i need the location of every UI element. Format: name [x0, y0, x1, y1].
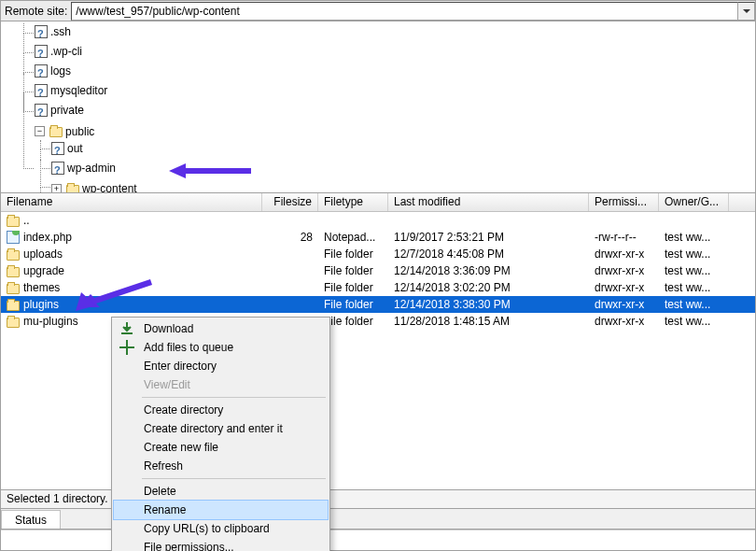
- file-permissions: drwxr-xr-x: [589, 298, 659, 311]
- col-lastmodified[interactable]: Last modified: [388, 193, 589, 211]
- file-name: mu-plugins: [23, 315, 78, 328]
- folder-icon: [7, 267, 20, 277]
- file-name: ..: [23, 214, 30, 227]
- menu-delete[interactable]: Delete: [114, 482, 328, 501]
- unknown-icon: [51, 142, 64, 155]
- file-name: uploads: [23, 247, 63, 261]
- context-menu: Download Add files to queue Enter direct…: [111, 317, 330, 551]
- menu-file-permissions[interactable]: File permissions...: [114, 538, 328, 551]
- file-modified: 12/14/2018 3:36:09 PM: [388, 264, 589, 277]
- folder-icon: [66, 185, 79, 194]
- folder-icon: [49, 127, 63, 137]
- unknown-icon: [35, 84, 48, 97]
- file-owner: test ww...: [659, 247, 729, 261]
- chevron-down-icon: [743, 7, 750, 15]
- tree-node-wpcontent[interactable]: +wp-content: [51, 180, 137, 193]
- tree-node-public[interactable]: −public: [35, 123, 94, 140]
- file-name: plugins: [23, 298, 59, 311]
- menu-copy-url[interactable]: Copy URL(s) to clipboard: [114, 519, 328, 538]
- col-filesize[interactable]: Filesize: [262, 193, 318, 211]
- menu-view-edit: View/Edit: [114, 375, 328, 394]
- file-type: File folder: [318, 247, 388, 261]
- file-size: 28: [262, 231, 318, 244]
- file-permissions: drwxr-xr-x: [589, 264, 659, 277]
- add-queue-icon: [119, 340, 134, 355]
- menu-download[interactable]: Download: [114, 319, 328, 338]
- file-modified: 12/7/2018 4:45:08 PM: [388, 247, 589, 261]
- annotation-arrow: [169, 162, 253, 180]
- file-name: themes: [23, 281, 60, 294]
- remote-site-dropdown[interactable]: [738, 2, 755, 21]
- folder-icon: [7, 318, 20, 328]
- download-icon: [119, 321, 134, 336]
- file-row[interactable]: uploadsFile folder12/7/2018 4:45:08 PMdr…: [1, 246, 755, 262]
- file-modified: 11/9/2017 2:53:21 PM: [388, 231, 589, 244]
- tree-node-wpadmin[interactable]: wp-admin: [51, 160, 116, 177]
- menu-create-directory-enter[interactable]: Create directory and enter it: [114, 419, 328, 438]
- file-owner: test ww...: [659, 264, 729, 277]
- col-filename[interactable]: Filename: [1, 193, 262, 211]
- file-modified: 12/14/2018 3:02:20 PM: [388, 281, 589, 294]
- unknown-icon: [35, 25, 48, 38]
- annotation-arrow: [76, 279, 160, 311]
- file-permissions: -rw-r--r--: [589, 231, 659, 244]
- folder-icon: [7, 250, 20, 261]
- menu-enter-directory[interactable]: Enter directory: [114, 357, 328, 375]
- unknown-icon: [35, 45, 48, 58]
- tree-node-ssh[interactable]: .ssh: [35, 23, 71, 40]
- svg-rect-0: [121, 332, 133, 334]
- tree-node-logs[interactable]: logs: [35, 63, 71, 79]
- menu-separator: [142, 478, 326, 479]
- menu-separator: [142, 397, 326, 398]
- file-type: File folder: [318, 281, 388, 294]
- file-permissions: drwxr-xr-x: [589, 281, 659, 294]
- tree-node-out[interactable]: out: [51, 140, 83, 157]
- tree-node-wpcli[interactable]: .wp-cli: [35, 43, 82, 60]
- file-modified: 12/14/2018 3:38:30 PM: [388, 298, 589, 311]
- menu-create-new-file[interactable]: Create new file: [114, 438, 328, 457]
- file-permissions: drwxr-xr-x: [589, 315, 659, 328]
- unknown-icon: [35, 64, 48, 78]
- tab-status[interactable]: Status: [1, 510, 61, 529]
- remote-site-bar: Remote site:: [1, 1, 755, 21]
- tree-node-mysqleditor[interactable]: mysqleditor: [35, 82, 107, 99]
- folder-icon: [7, 284, 20, 294]
- file-name: upgrade: [23, 264, 64, 277]
- file-owner: test ww...: [659, 231, 729, 244]
- tree-node-private[interactable]: private: [35, 102, 84, 119]
- expand-icon[interactable]: +: [51, 184, 62, 194]
- unknown-icon: [51, 162, 64, 175]
- file-type: File folder: [318, 264, 388, 277]
- file-type: Notepad...: [318, 231, 388, 244]
- file-row[interactable]: ..: [1, 212, 755, 229]
- file-list-header[interactable]: Filename Filesize Filetype Last modified…: [1, 193, 755, 212]
- remote-site-label: Remote site:: [1, 5, 71, 18]
- collapse-icon[interactable]: −: [35, 126, 45, 136]
- file-owner: test ww...: [659, 298, 729, 311]
- file-modified: 11/28/2018 1:48:15 AM: [388, 315, 589, 328]
- folder-icon: [7, 217, 20, 227]
- file-row[interactable]: index.php28Notepad...11/9/2017 2:53:21 P…: [1, 229, 755, 246]
- file-owner: test ww...: [659, 281, 729, 294]
- menu-refresh[interactable]: Refresh: [114, 457, 328, 475]
- menu-create-directory[interactable]: Create directory: [114, 401, 328, 419]
- col-permissions[interactable]: Permissi...: [589, 193, 659, 211]
- col-filetype[interactable]: Filetype: [318, 193, 388, 211]
- file-owner: test ww...: [659, 315, 729, 328]
- col-owner[interactable]: Owner/G...: [659, 193, 729, 211]
- remote-tree[interactable]: .ssh .wp-cli logs mysqleditor private −p…: [1, 21, 755, 193]
- remote-site-input[interactable]: [71, 2, 738, 21]
- file-type: File folder: [318, 298, 388, 311]
- menu-rename[interactable]: Rename: [114, 501, 328, 519]
- menu-add-to-queue[interactable]: Add files to queue: [114, 338, 328, 357]
- file-row[interactable]: upgradeFile folder12/14/2018 3:36:09 PMd…: [1, 262, 755, 279]
- folder-icon: [7, 301, 20, 311]
- unknown-icon: [35, 104, 48, 117]
- file-permissions: drwxr-xr-x: [589, 247, 659, 261]
- phpfile-icon: [7, 231, 20, 244]
- file-name: index.php: [23, 231, 72, 244]
